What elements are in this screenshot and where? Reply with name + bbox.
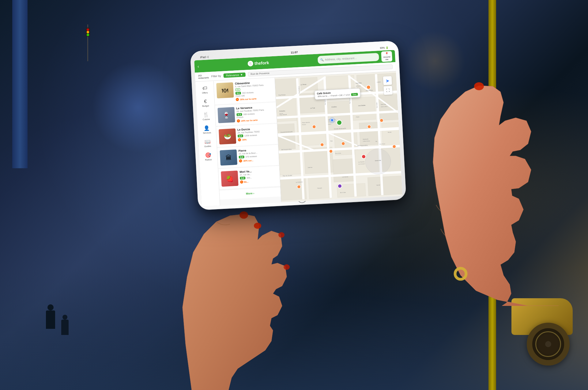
filter-by-label: Filter by — [211, 74, 221, 78]
pierre-reviews: 370 reviews — [245, 155, 257, 158]
pierre-discount: % -40% sur... — [239, 158, 276, 162]
address-text: Rue de Provence — [251, 72, 270, 76]
versance-rating-badge: 9.3 — [236, 113, 242, 116]
versance-info: Le Versance 16, rue Feydeau 75002 Paris … — [236, 105, 274, 122]
svg-point-94 — [297, 185, 301, 189]
dorcia-reviews: 1209 reviews — [244, 134, 257, 137]
status-right: 93% 🔋 — [380, 46, 389, 49]
versance-thumbnail: 🍷 — [217, 107, 235, 123]
mori-discount: % Me... — [240, 179, 277, 184]
logo-icon: 🍴 — [248, 61, 254, 66]
svg-text:Paname: Paname — [317, 187, 322, 189]
svg-text:Elgi: Elgi — [330, 140, 333, 142]
dropdown-label: Relevance — [226, 73, 239, 77]
versance-discount-text: -20% sur la carte — [240, 119, 258, 122]
offers-icon: 🏷 — [202, 85, 207, 91]
clementine-discount-text: -30% sur la carte — [239, 98, 257, 101]
sidebar-item-budget[interactable]: € Budget — [198, 96, 213, 109]
services-label: Services — [203, 132, 211, 134]
back-button[interactable]: ‹ — [198, 64, 199, 69]
mori-discount-icon: % — [240, 180, 243, 184]
clementine-discount-icon: % — [236, 98, 239, 101]
svg-text:La Terroir: La Terroir — [300, 84, 307, 85]
dorcia-rating-badge: 9.0 — [238, 134, 243, 137]
pierre-rating-badge: 8.6 — [239, 155, 244, 158]
services-icon: 👤 — [204, 125, 210, 131]
svg-point-3 — [284, 264, 290, 270]
svg-text:La Tute: La Tute — [310, 107, 315, 109]
status-time: 11:07 — [291, 51, 298, 54]
clementine-thumbnail: 🍽 — [216, 82, 234, 98]
offers-label: Offers — [202, 91, 208, 94]
status-ipad-label: iPad ◁ — [200, 55, 209, 59]
svg-rect-18 — [279, 151, 302, 175]
sidebar-item-offers[interactable]: 🏷 Offers — [197, 84, 213, 96]
scooter-wheel — [527, 323, 570, 366]
pierre-discount-text: -40% sur... — [243, 159, 253, 162]
search-icon: 🔍 — [320, 58, 324, 61]
budget-icon: € — [204, 99, 207, 104]
mori-reviews: 344... — [247, 176, 252, 179]
restaurant-item-mori[interactable]: 🍓 Mori Ve... 27, rue Ve... 9.0 344... % … — [218, 166, 280, 189]
svg-text:Romain: Romain — [302, 124, 306, 125]
radius-icon: 🎯 — [205, 152, 211, 158]
sidebar-item-services[interactable]: 👤 Services — [199, 123, 215, 136]
svg-text:Opéra: Opéra — [328, 124, 331, 125]
clementine-info: Clémentine 5, rue Saint-Marc 75002 Paris… — [235, 80, 273, 101]
restaurant-item-pierre[interactable]: 🏛 Pierre 10, rue de la Bour... 8.6 370 r… — [217, 145, 279, 169]
right-hand — [344, 61, 559, 306]
left-hand — [176, 191, 299, 390]
svg-point-103 — [329, 117, 335, 123]
radius-label: Radius — [205, 158, 212, 161]
sidebar-item-radius[interactable]: 🎯 Radius — [200, 150, 216, 163]
left-wall — [12, 0, 28, 168]
svg-point-101 — [337, 120, 342, 125]
dorcia-discount: % -30% — [238, 136, 275, 141]
silhouette-person-1 — [46, 304, 55, 329]
mori-discount-text: Me... — [244, 180, 249, 183]
svg-text:Richelieu: Richelieu — [279, 110, 285, 112]
svg-point-100 — [338, 184, 342, 188]
around-me-button[interactable]: 📍 Around me — [381, 51, 392, 62]
traffic-light — [86, 24, 88, 61]
pierre-info: Pierre 10, rue de la Bour... 8.6 370 rev… — [238, 147, 276, 165]
svg-point-98 — [320, 143, 324, 147]
svg-point-93 — [329, 150, 333, 153]
restaurant-item-versance[interactable]: 🍷 Le Versance 16, rue Feydeau 75002 Pari… — [215, 102, 277, 126]
svg-point-1 — [254, 223, 261, 229]
restaurant-count: 253 restaurants — [198, 74, 209, 79]
silhouette-person-2 — [61, 315, 69, 335]
svg-point-2 — [278, 232, 285, 238]
guides-label: Guides — [204, 145, 211, 147]
dorcia-thumbnail: 🥗 — [219, 128, 236, 145]
svg-point-4 — [474, 82, 484, 90]
location-pin-icon: 📍 — [385, 52, 389, 56]
restaurant-item-clementine[interactable]: 🍽 Clémentine 5, rue Saint-Marc 75002 Par… — [214, 78, 276, 105]
sidebar-item-cuisine[interactable]: 🍴 Cuisine — [198, 110, 214, 123]
versance-discount-icon: % — [237, 119, 240, 123]
mori-info: Mori Ve... 27, rue Ve... 9.0 344... % Me… — [239, 169, 277, 186]
versance-reviews: 169 reviews — [243, 113, 255, 115]
clementine-reviews: 342 reviews — [242, 91, 254, 94]
svg-point-0 — [239, 211, 248, 219]
count-label: restaurants — [198, 76, 209, 80]
mori-rating-badge: 9.0 — [240, 176, 245, 180]
dorcia-discount-text: -30% — [242, 138, 247, 141]
sidebar-item-guides[interactable]: 📖 Guides — [200, 136, 216, 150]
svg-text:Drouot: Drouot — [280, 113, 283, 114]
svg-text:Saemes: Saemes — [308, 166, 312, 168]
dorcia-info: Le Dorcia 24, rue Feydeau 75002 9.0 1209… — [237, 126, 275, 143]
svg-rect-7 — [275, 78, 298, 96]
pierre-discount-icon: % — [239, 159, 242, 163]
cuisine-icon: 🍴 — [203, 112, 209, 118]
restaurant-item-dorcia[interactable]: 🥗 Le Dorcia 24, rue Feydeau 75002 9.0 12… — [216, 124, 278, 147]
clementine-discount: % -30% sur la carte — [236, 96, 273, 101]
svg-point-97 — [312, 125, 316, 129]
search-placeholder: Address, city, restaurant... — [325, 57, 357, 61]
pierre-thumbnail: 🏛 — [220, 150, 238, 166]
logo-text: thefork — [254, 60, 269, 66]
restaurant-list: 🍽 Clémentine 5, rue Saint-Marc 75002 Par… — [214, 78, 281, 206]
clementine-type-badge: FR — [235, 88, 240, 91]
clementine-rating-badge: 9.0 — [236, 92, 241, 95]
relevance-dropdown[interactable]: Relevance ▼ — [223, 72, 245, 78]
